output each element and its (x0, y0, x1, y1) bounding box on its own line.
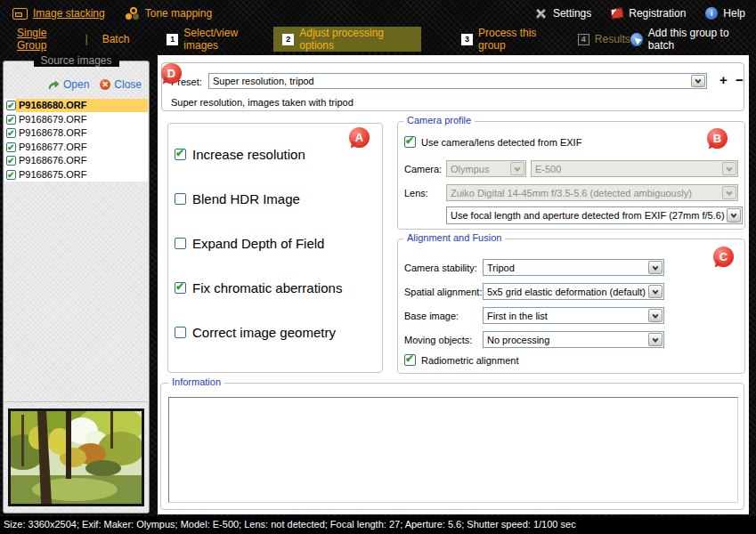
camera-stability-arrow-button[interactable] (648, 261, 663, 274)
chevron-down-icon (695, 77, 701, 84)
forest-photo (11, 411, 142, 504)
option-fix-chromatic-aberrations[interactable]: ✔ Fix chromatic aberrations (175, 280, 342, 295)
image-preview-thumbnail (8, 409, 144, 506)
workflow-bar: Single Group | Batch 1 Select/view image… (0, 27, 756, 52)
file-row[interactable]: ✔ P9168679.ORF (4, 113, 148, 127)
open-label: Open (63, 78, 89, 91)
chevron-down-icon (652, 263, 658, 270)
mode-single-group[interactable]: Single Group (17, 27, 76, 52)
file-checkbox[interactable]: ✔ (6, 115, 16, 125)
source-images-title: Source images (33, 54, 118, 67)
moving-objects-select[interactable]: No processing (483, 331, 664, 348)
processing-options-panel: ✔ Increase resolution Blend HDR Image Ex… (167, 123, 383, 373)
file-checkbox[interactable]: ✔ (6, 170, 16, 180)
preset-value: Super resolution, tripod (213, 76, 689, 86)
use-exif-checkbox-row[interactable]: ✔ Use camera/lens detected from EXIF (404, 136, 581, 148)
registration-label: Registration (629, 7, 686, 20)
file-name: P9168680.ORF (16, 99, 148, 112)
file-row[interactable]: ✔ P9168675.ORF (4, 168, 148, 182)
step-2-label: Adjust processing options (299, 27, 412, 52)
step-select-view-images[interactable]: 1 Select/view images (167, 27, 268, 52)
step-3-label: Process this group (478, 27, 560, 52)
file-checkbox[interactable]: ✔ (6, 101, 16, 110)
registration-button[interactable]: Registration (611, 7, 686, 20)
chevron-down-icon (652, 287, 658, 294)
option-correct-image-geometry[interactable]: Correct image geometry (175, 325, 336, 340)
close-button[interactable]: ✕ Close (100, 78, 142, 91)
help-label: Help (723, 7, 745, 20)
option-blend-hdr-image[interactable]: Blend HDR Image (175, 191, 300, 206)
file-name: P9168679.ORF (16, 113, 148, 126)
preset-description: Super resolution, images taken with trip… (171, 97, 354, 108)
application-window: Image stacking Tone mapping Settings Reg… (0, 0, 756, 534)
file-row[interactable]: ✔ P9168677.ORF (4, 141, 148, 155)
information-group: Information (160, 383, 744, 510)
preset-select-arrow-button[interactable] (691, 75, 705, 87)
tab-tone-mapping[interactable]: Tone mapping (125, 7, 212, 20)
step-3-number: 3 (461, 34, 473, 45)
step-adjust-processing-options[interactable]: 2 Adjust processing options (273, 27, 421, 52)
help-icon: i (705, 7, 718, 20)
option-increase-resolution[interactable]: ✔ Increase resolution (175, 147, 305, 162)
focal-length-arrow-button[interactable] (727, 208, 741, 222)
base-image-label: Base image: (404, 311, 459, 321)
option-checkbox[interactable] (175, 327, 186, 338)
file-checkbox[interactable]: ✔ (6, 156, 16, 166)
chevron-down-icon (514, 165, 520, 171)
moving-objects-arrow-button[interactable] (648, 333, 663, 346)
file-name: P9168676.ORF (16, 154, 148, 167)
spatial-alignment-select[interactable]: 5x5 grid elastic deformation (default) (483, 283, 664, 300)
focal-length-select[interactable]: Use focal length and aperture detected f… (446, 206, 743, 224)
mode-separator: | (85, 33, 88, 45)
base-image-arrow-button[interactable] (648, 309, 663, 322)
file-name: P9168678.ORF (16, 126, 148, 140)
main-content: Preset: Super resolution, tripod + − Sup… (158, 55, 749, 514)
preset-remove-button[interactable]: − (736, 72, 744, 88)
chevron-down-icon (652, 312, 658, 318)
preset-select[interactable]: Super resolution, tripod (208, 73, 707, 89)
file-list: ✔ P9168680.ORF ✔ P9168679.ORF ✔ P9168678… (4, 99, 148, 182)
annotation-balloon-a: A (349, 127, 370, 148)
tab-image-stacking-label: Image stacking (33, 7, 105, 20)
information-title: Information (168, 376, 224, 387)
step-process-this-group[interactable]: 3 Process this group (461, 27, 560, 52)
tone-mapping-icon (125, 7, 140, 20)
radiometric-alignment-checkbox[interactable]: ✔ (404, 354, 416, 366)
file-row[interactable]: ✔ P9168680.ORF (4, 99, 148, 113)
file-checkbox[interactable]: ✔ (6, 128, 16, 138)
camera-label: Camera: (404, 164, 442, 174)
option-checkbox[interactable] (175, 193, 186, 205)
add-group-to-batch-button[interactable]: Add this group to batch (630, 27, 751, 52)
camera-stability-label: Camera stability: (404, 263, 477, 273)
camera-model-arrow-button (722, 162, 736, 175)
option-checkbox[interactable]: ✔ (175, 282, 186, 294)
image-stacking-icon (12, 8, 28, 20)
use-exif-checkbox[interactable]: ✔ (404, 136, 416, 148)
mode-batch[interactable]: Batch (102, 33, 130, 45)
settings-button[interactable]: Settings (534, 7, 591, 20)
option-checkbox[interactable] (175, 238, 186, 249)
base-image-select[interactable]: First in the list (483, 307, 664, 324)
open-button[interactable]: Open (48, 78, 89, 91)
close-label: Close (114, 78, 142, 91)
spatial-alignment-arrow-button[interactable] (648, 285, 663, 298)
camera-maker-arrow-button (510, 162, 524, 175)
help-button[interactable]: i Help (705, 7, 745, 20)
add-to-batch-label: Add this group to batch (648, 27, 751, 52)
preset-add-button[interactable]: + (719, 72, 728, 88)
tab-image-stacking[interactable]: Image stacking (12, 7, 105, 20)
file-checkbox[interactable]: ✔ (6, 142, 16, 152)
option-checkbox[interactable]: ✔ (175, 149, 186, 160)
file-row[interactable]: ✔ P9168678.ORF (4, 126, 148, 141)
step-2-number: 2 (282, 34, 294, 45)
option-expand-depth-of-field[interactable]: Expand Depth of Field (175, 236, 324, 251)
add-to-batch-icon (630, 33, 643, 46)
camera-stability-select[interactable]: Tripod (483, 259, 664, 276)
camera-profile-title: Camera profile (403, 115, 475, 125)
settings-icon (534, 7, 548, 20)
preview-area (4, 401, 148, 512)
file-row[interactable]: ✔ P9168676.ORF (4, 154, 148, 168)
information-textbox[interactable] (168, 397, 738, 503)
radiometric-alignment-row[interactable]: ✔ Radiometric alignment (404, 354, 518, 366)
moving-objects-label: Moving objects: (404, 335, 472, 345)
